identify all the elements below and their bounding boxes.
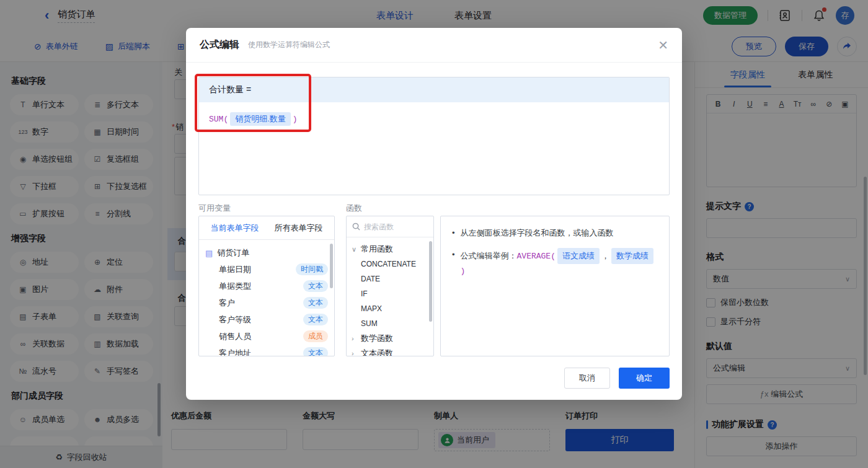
formula-expression[interactable]: SUM(销货明细.数量) (199, 102, 669, 136)
close-icon[interactable]: ✕ (658, 39, 668, 51)
modal-subtitle: 使用数学运算符编辑公式 (248, 40, 330, 50)
function-item-date[interactable]: DATE (352, 272, 430, 286)
variable-row[interactable]: 客户等级文本 (205, 311, 328, 328)
example-function: AVERAGE( (517, 252, 556, 261)
function-item-if[interactable]: IF (352, 286, 430, 301)
caret-down-icon: ∨ (352, 245, 358, 254)
help-line-2: • 公式编辑举例：AVERAGE(语文成绩，数学成绩) (452, 248, 658, 278)
type-badge: 文本 (303, 280, 328, 292)
example-close-paren: ) (461, 267, 466, 276)
type-badge: 成员 (303, 330, 328, 342)
variable-name: 客户 (219, 298, 303, 309)
functions-panel: ∨ 常用函数 CONCATENATE DATE IF MAPX SUM › 数学… (346, 216, 434, 356)
help-line-1: • 从左侧面板选择字段名和函数，或输入函数 (452, 226, 658, 240)
document-icon: ▤ (205, 249, 213, 258)
variable-row[interactable]: 单据日期时间戳 (205, 261, 328, 278)
function-item-mapx[interactable]: MAPX (352, 301, 430, 316)
bullet-icon: • (452, 226, 455, 240)
tree-root-label: 销货订单 (217, 247, 249, 258)
variables-label: 可用变量 (198, 203, 231, 214)
variables-scrollbar[interactable] (330, 244, 333, 288)
type-badge: 文本 (303, 347, 328, 356)
function-group-common[interactable]: ∨ 常用函数 (352, 242, 430, 257)
type-badge: 文本 (303, 297, 328, 309)
example-prefix: 公式编辑举例： (461, 251, 517, 260)
caret-right-icon: › (352, 350, 358, 356)
variable-name: 单据日期 (219, 264, 296, 275)
modal-title: 公式编辑 (200, 38, 239, 51)
search-icon (352, 223, 360, 231)
function-search-input[interactable] (364, 223, 423, 231)
group-label: 文本函数 (361, 348, 393, 356)
example-chip: 数学成绩 (611, 248, 653, 264)
variables-tree: ▤ 销货订单 单据日期时间戳 单据类型文本 客户文本 客户等级文本 销售人员成员… (199, 240, 334, 356)
type-badge: 时间戳 (296, 263, 328, 275)
confirm-button[interactable]: 确定 (619, 368, 670, 389)
help-panel: • 从左侧面板选择字段名和函数，或输入函数 • 公式编辑举例：AVERAGE(语… (440, 216, 670, 356)
function-group-text[interactable]: › 文本函数 (352, 346, 430, 356)
formula-target: 合计数量 = (199, 77, 669, 102)
caret-right-icon: › (352, 335, 358, 342)
group-label: 常用函数 (361, 244, 393, 255)
functions-tree: ∨ 常用函数 CONCATENATE DATE IF MAPX SUM › 数学… (347, 237, 433, 356)
bullet-icon: • (452, 248, 455, 278)
function-item-concatenate[interactable]: CONCATENATE (352, 257, 430, 272)
functions-scrollbar[interactable] (429, 241, 432, 322)
function-search[interactable] (347, 216, 433, 237)
example-chip: 语文成绩 (557, 248, 600, 264)
modal-footer: 取消 确定 (564, 368, 670, 389)
variables-tabs: 当前表单字段 所有表单字段 (199, 216, 334, 240)
tab-all-form-fields[interactable]: 所有表单字段 (275, 223, 323, 234)
variable-row[interactable]: 销售人员成员 (205, 328, 328, 345)
variable-name: 客户地址 (219, 348, 303, 357)
functions-label: 函数 (346, 203, 362, 214)
variable-name: 客户等级 (219, 314, 303, 325)
variable-row[interactable]: 单据类型文本 (205, 278, 328, 294)
type-badge: 文本 (303, 314, 328, 325)
tree-root-form[interactable]: ▤ 销货订单 (205, 245, 328, 261)
field-chip[interactable]: 销货明细.数量 (230, 112, 291, 126)
variable-row[interactable]: 客户地址文本 (205, 345, 328, 356)
function-item-sum[interactable]: SUM (352, 316, 430, 331)
cancel-button[interactable]: 取消 (564, 368, 610, 389)
variable-name: 单据类型 (219, 281, 303, 292)
variables-panel: 当前表单字段 所有表单字段 ▤ 销货订单 单据日期时间戳 单据类型文本 客户文本… (198, 216, 335, 356)
formula-edit-modal: 公式编辑 使用数学运算符编辑公式 ✕ 合计数量 = SUM(销货明细.数量) 可… (186, 28, 682, 400)
function-group-math[interactable]: › 数学函数 (352, 331, 430, 346)
formula-function-close: ) (293, 115, 298, 124)
tab-current-form-fields[interactable]: 当前表单字段 (211, 223, 259, 234)
variable-row[interactable]: 客户文本 (205, 294, 328, 311)
variable-name: 销售人员 (219, 331, 303, 342)
comma: ， (601, 251, 609, 260)
formula-function-open: SUM( (209, 115, 228, 124)
group-label: 数学函数 (361, 333, 393, 344)
modal-header: 公式编辑 使用数学运算符编辑公式 ✕ (186, 28, 682, 63)
formula-editor[interactable]: 合计数量 = SUM(销货明细.数量) (198, 77, 670, 195)
